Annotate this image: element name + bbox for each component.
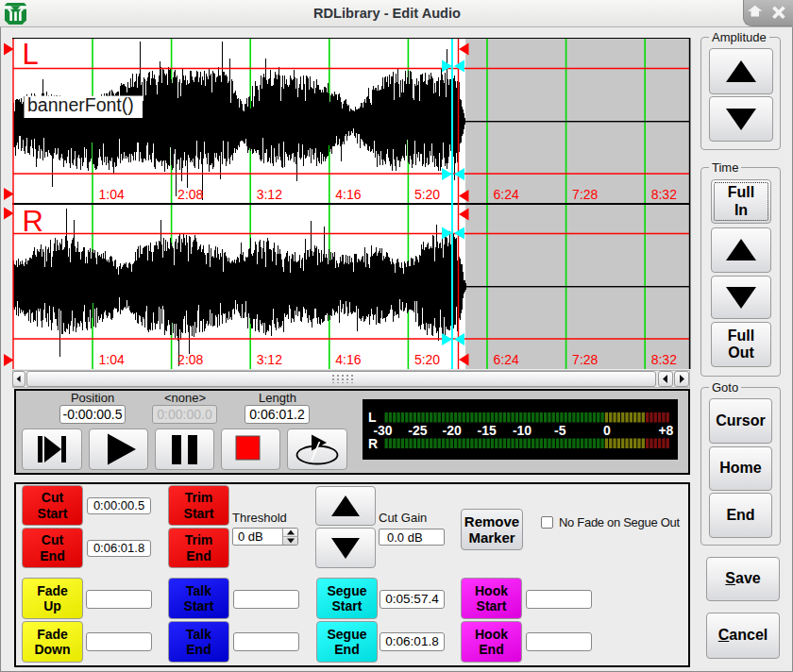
svg-text:-20: -20 — [443, 423, 462, 438]
svg-text:-15: -15 — [477, 423, 496, 438]
svg-text:-5: -5 — [554, 423, 566, 438]
svg-text:-30: -30 — [373, 423, 392, 438]
svg-text:0: 0 — [603, 423, 611, 438]
svg-text:-10: -10 — [513, 423, 531, 438]
svg-text:R: R — [368, 436, 378, 451]
svg-text:-25: -25 — [408, 423, 427, 438]
svg-text:+8: +8 — [658, 423, 673, 438]
